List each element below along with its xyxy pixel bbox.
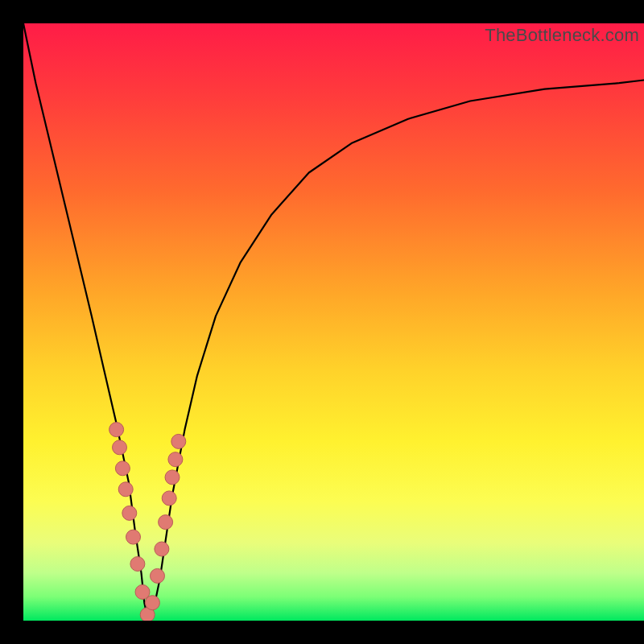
chart-frame: TheBottleneck.com [0, 0, 644, 644]
curve-marker [151, 568, 165, 583]
curve-marker [113, 440, 127, 455]
curve-marker [159, 515, 173, 530]
curve-marker [126, 530, 141, 544]
curve-marker [130, 557, 145, 572]
curve-marker [122, 506, 137, 520]
curve-marker [162, 491, 176, 506]
bottleneck-curve-svg [23, 23, 644, 621]
curve-marker [168, 452, 183, 467]
highlighted-points [109, 423, 186, 621]
curve-marker [115, 461, 130, 476]
curve-marker [165, 470, 180, 485]
curve-marker [109, 423, 124, 437]
curve-marker [171, 434, 186, 448]
curve-marker [145, 596, 159, 610]
plot-area: TheBottleneck.com [23, 23, 644, 621]
bottleneck-curve [23, 23, 644, 617]
curve-marker [118, 482, 133, 497]
curve-marker [155, 542, 169, 556]
